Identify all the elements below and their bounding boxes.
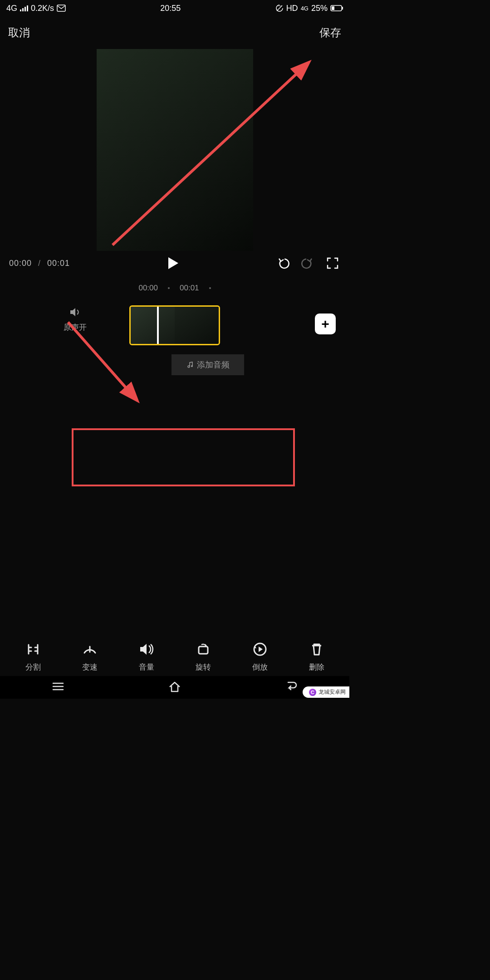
music-icon xyxy=(186,361,193,368)
clip-thumb xyxy=(175,307,219,344)
watermark-logo: C xyxy=(309,689,316,696)
annotation-highlight-box xyxy=(72,428,295,486)
reverse-icon xyxy=(252,641,268,657)
tool-label: 变速 xyxy=(82,662,98,672)
ruler-mark-0: 00:00 xyxy=(138,284,158,293)
tool-label: 分割 xyxy=(25,662,41,672)
tool-label: 旋转 xyxy=(196,662,211,672)
volume-tool-icon xyxy=(138,641,155,657)
clip-thumb xyxy=(131,307,175,344)
rotate-tool[interactable]: 旋转 xyxy=(195,641,211,672)
home-nav-button[interactable] xyxy=(167,679,182,696)
svg-rect-7 xyxy=(342,7,343,10)
split-tool[interactable]: 分割 xyxy=(25,641,41,672)
svg-rect-13 xyxy=(199,647,208,654)
svg-rect-2 xyxy=(24,7,26,11)
volume-icon xyxy=(69,307,81,317)
watermark-text: 龙城安卓网 xyxy=(318,688,346,696)
menu-icon xyxy=(50,679,66,694)
plus-icon: + xyxy=(321,316,329,332)
save-button[interactable]: 保存 xyxy=(319,25,341,40)
ruler-dot xyxy=(168,287,170,289)
current-time: 00:00 xyxy=(9,259,32,268)
svg-rect-4 xyxy=(57,5,65,11)
mute-icon xyxy=(275,4,284,12)
video-preview-area xyxy=(0,44,349,251)
back-nav-button[interactable] xyxy=(284,679,299,696)
fullscreen-button[interactable] xyxy=(325,255,340,271)
system-nav-bar xyxy=(0,676,349,699)
rotate-icon xyxy=(195,641,211,657)
add-audio-label: 添加音频 xyxy=(197,359,230,370)
time-ruler: 00:00 00:01 xyxy=(0,284,349,293)
redo-button[interactable] xyxy=(299,255,314,271)
tool-label: 音量 xyxy=(139,662,154,672)
original-sound-label: 原声开 xyxy=(64,322,87,333)
total-time: 00:01 xyxy=(47,259,70,268)
network-indicator: 4G xyxy=(6,4,17,13)
original-sound-toggle[interactable]: 原声开 xyxy=(64,307,87,333)
split-icon xyxy=(25,641,41,657)
add-clip-button[interactable]: + xyxy=(315,314,336,334)
svg-rect-1 xyxy=(22,8,24,11)
battery-icon xyxy=(330,5,343,11)
ruler-dot xyxy=(209,287,211,289)
net2-indicator: 4G xyxy=(301,5,309,12)
status-bar: 4G 0.2K/s 20:55 HD 4G 25% xyxy=(0,0,349,16)
trash-icon xyxy=(309,641,325,657)
ruler-mark-1: 00:01 xyxy=(180,284,199,293)
svg-rect-8 xyxy=(332,6,334,10)
svg-point-9 xyxy=(191,365,193,367)
video-preview[interactable] xyxy=(97,49,253,251)
timeline[interactable]: 原声开 + xyxy=(0,303,349,348)
undo-button[interactable] xyxy=(277,255,292,271)
time-separator: / xyxy=(38,259,41,268)
add-audio-button[interactable]: 添加音频 xyxy=(172,354,244,375)
volume-tool[interactable]: 音量 xyxy=(138,641,155,672)
signal-icon xyxy=(20,5,28,11)
speed-indicator: 0.2K/s xyxy=(31,4,54,13)
speed-icon xyxy=(82,641,98,657)
playback-controls: 00:00 / 00:01 xyxy=(0,251,349,271)
mail-icon xyxy=(57,5,66,12)
menu-nav-button[interactable] xyxy=(50,679,66,696)
delete-tool[interactable]: 删除 xyxy=(309,641,325,672)
watermark: C 龙城安卓网 xyxy=(303,686,349,698)
svg-rect-3 xyxy=(27,5,28,11)
svg-rect-0 xyxy=(20,10,21,11)
battery-pct: 25% xyxy=(311,4,328,13)
play-button[interactable] xyxy=(166,255,181,271)
cancel-button[interactable]: 取消 xyxy=(8,25,30,40)
tool-label: 倒放 xyxy=(252,662,268,672)
video-clip[interactable] xyxy=(129,305,220,345)
home-icon xyxy=(167,679,182,694)
clock: 20:55 xyxy=(160,4,181,13)
hd-indicator: HD xyxy=(286,4,298,13)
reverse-tool[interactable]: 倒放 xyxy=(252,641,268,672)
back-icon xyxy=(284,679,299,694)
topbar: 取消 保存 xyxy=(0,16,349,44)
tool-label: 删除 xyxy=(309,662,324,672)
tools-row: 分割 变速 音量 旋转 倒放 删除 xyxy=(0,641,349,672)
playhead[interactable] xyxy=(157,305,159,345)
speed-tool[interactable]: 变速 xyxy=(82,641,98,672)
